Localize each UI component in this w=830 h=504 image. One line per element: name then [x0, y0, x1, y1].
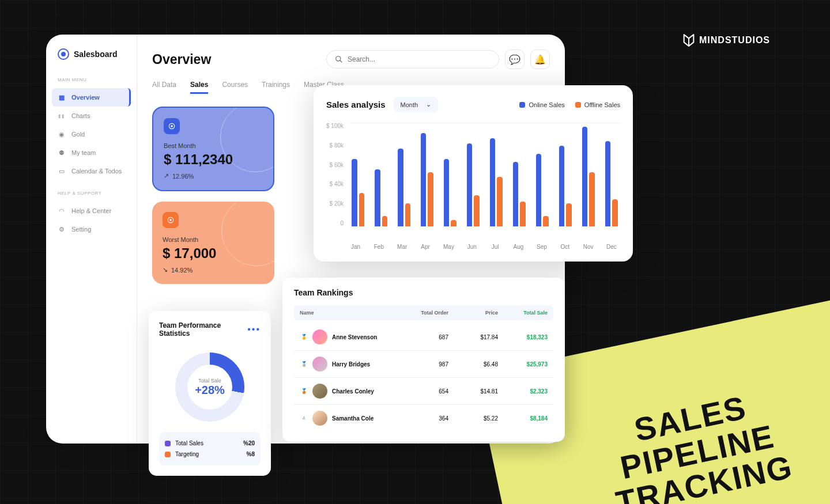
total-sale: $18,323 [498, 334, 548, 340]
y-axis: $ 100k$ 80k$ 60k$ 40k$ 20k0 [326, 123, 349, 226]
bar-group[interactable] [536, 154, 549, 226]
member-name: Samantha Cole [332, 415, 373, 422]
tab-alldata[interactable]: All Data [152, 81, 176, 94]
sidebar-item-charts[interactable]: ⫾⫾Charts [52, 107, 131, 125]
total-order: 687 [399, 334, 448, 340]
total-sale: $2,323 [498, 388, 548, 395]
total-sale: $8,184 [498, 415, 548, 422]
sticker-text: SALES PIPELINE TRACKING [599, 384, 795, 504]
gear-icon: ⚙ [58, 225, 66, 233]
donut-label: Total Sale [195, 378, 225, 384]
performance-stats: Total Sales %20 Targeting %8 [159, 432, 261, 465]
legend-offline: Offline Sales [575, 101, 620, 108]
logo-icon [58, 48, 69, 60]
app-name: Salesboard [74, 50, 117, 59]
tab-trainings[interactable]: Trainings [262, 81, 290, 94]
search-field[interactable] [326, 50, 499, 69]
brand-mark-icon [683, 33, 695, 47]
calendar-icon: ▭ [58, 167, 66, 175]
bar-group[interactable] [375, 169, 387, 226]
rankings-header: Name Total Order Price Total Sale [294, 305, 553, 320]
kpi-cards: Best Month $ 111,2340 ↗12.96% Worst Mont… [152, 107, 274, 284]
chart-title: Sales analysis [326, 100, 386, 109]
tab-courses[interactable]: Courses [222, 81, 248, 94]
trend-down-icon: ↘ [163, 266, 168, 274]
bar-group[interactable] [490, 138, 503, 226]
bar-group[interactable] [467, 143, 480, 226]
sidebar: Salesboard MAIN MENU ▦Overview ⫾⫾Charts … [46, 35, 137, 444]
table-row[interactable]: 🥉Charles Conley654$14.81$2,323 [294, 378, 553, 405]
period-select[interactable]: Month⌄ [394, 97, 439, 112]
sales-analysis-card: Sales analysis Month⌄ Online Sales Offli… [314, 85, 633, 262]
search-input[interactable] [348, 55, 491, 63]
donut-value: +28% [195, 384, 225, 397]
table-row[interactable]: 🥇Anne Stevenson687$17.84$18,323 [294, 324, 553, 351]
member-name: Charles Conley [332, 388, 374, 395]
headphones-icon: ◠ [58, 207, 66, 215]
team-rankings-card: Team Rankings Name Total Order Price Tot… [282, 278, 565, 442]
price: $17.84 [448, 334, 498, 340]
price: $5.22 [448, 415, 498, 422]
grid-icon: ▦ [58, 93, 66, 101]
bar-group[interactable] [352, 159, 364, 226]
rank-badge: 4 [300, 414, 308, 422]
kpi-worst-month[interactable]: Worst Month $ 17,000 ↘14.92% [152, 202, 274, 284]
bar-group[interactable] [398, 149, 410, 226]
sidebar-item-help[interactable]: ◠Help & Center [52, 202, 131, 220]
more-button[interactable]: ••• [247, 324, 261, 335]
price: $14.81 [448, 388, 498, 395]
perf-row: Total Sales %20 [165, 438, 255, 449]
sidebar-item-myteam[interactable]: ⚉My team [52, 143, 131, 162]
rankings-body: 🥇Anne Stevenson687$17.84$18,323🥈Harry Br… [294, 324, 553, 431]
bar-group[interactable] [421, 133, 433, 226]
kpi-value: $ 111,2340 [164, 151, 263, 168]
sidebar-item-overview[interactable]: ▦Overview [52, 88, 131, 107]
svg-point-5 [169, 219, 172, 221]
sidebar-item-setting[interactable]: ⚙Setting [52, 220, 131, 238]
chat-button[interactable]: 💬 [505, 50, 525, 69]
app-logo[interactable]: Salesboard [46, 48, 137, 77]
legend-online: Online Sales [519, 101, 564, 108]
brand-logo: MINDSTUDIOS [683, 33, 770, 47]
tab-sales[interactable]: Sales [190, 81, 208, 94]
notifications-button[interactable]: 🔔 [530, 50, 550, 69]
menu-section-main: MAIN MENU ▦Overview ⫾⫾Charts ◉Gold ⚉My t… [46, 77, 137, 180]
sidebar-item-calendar[interactable]: ▭Calendar & Todos [52, 162, 131, 180]
kpi-delta: ↗12.96% [164, 172, 263, 180]
total-order: 364 [399, 415, 448, 422]
table-row[interactable]: 🥈Harry Bridges987$6.48$25,973 [294, 351, 553, 378]
legend-dot-icon [519, 102, 525, 108]
svg-point-0 [336, 56, 341, 61]
menu-section-help: HELP & SUPPORT ◠Help & Center ⚙Setting [46, 191, 137, 238]
menu-section-label: HELP & SUPPORT [52, 191, 131, 202]
dollar-icon: ◉ [58, 130, 66, 138]
bar-group[interactable] [513, 162, 526, 226]
avatar [312, 411, 327, 426]
chart-icon: ⫾⫾ [58, 112, 66, 120]
trend-up-icon: ↗ [164, 172, 169, 180]
member-name: Anne Stevenson [332, 334, 377, 340]
bar-group[interactable] [582, 127, 595, 226]
bars-area [349, 123, 620, 226]
rankings-title: Team Rankings [294, 288, 553, 297]
avatar [312, 357, 327, 372]
table-row[interactable]: 4Samantha Cole364$5.22$8,184 [294, 405, 553, 431]
kpi-best-month[interactable]: Best Month $ 111,2340 ↗12.96% [152, 107, 274, 191]
bar-group[interactable] [605, 141, 618, 226]
chat-icon: 💬 [509, 54, 520, 65]
avatar [312, 329, 327, 344]
stat-dot-icon [165, 452, 171, 457]
legend-dot-icon [575, 102, 581, 108]
header-actions: 💬 🔔 [326, 50, 550, 69]
rank-badge: 🥉 [300, 387, 308, 395]
total-order: 987 [399, 361, 448, 367]
sidebar-item-gold[interactable]: ◉Gold [52, 125, 131, 143]
member-name: Harry Bridges [332, 361, 370, 367]
chart-legend: Online Sales Offline Sales [519, 101, 620, 108]
team-icon: ⚉ [58, 149, 66, 157]
donut-chart: Total Sale +28% [159, 347, 261, 432]
bar-group[interactable] [559, 146, 572, 226]
stat-dot-icon [165, 441, 171, 446]
avatar [312, 384, 327, 399]
bar-group[interactable] [444, 159, 456, 226]
